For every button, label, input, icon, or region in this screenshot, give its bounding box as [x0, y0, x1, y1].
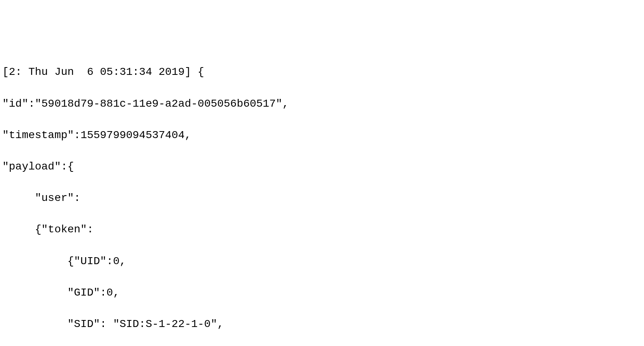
- log-user: "user":: [2, 190, 642, 206]
- log-header: [2: Thu Jun 6 05:31:34 2019] {: [2, 64, 642, 80]
- log-uid: {"UID":0,: [2, 254, 642, 270]
- log-id: "id":"59018d79-881c-11e9-a2ad-005056b605…: [2, 96, 642, 112]
- log-payload-open: "payload":{: [2, 159, 642, 175]
- log-sid: "SID": "SID:S-1-22-1-0",: [2, 317, 642, 332]
- log-gid: "GID":0,: [2, 285, 642, 301]
- log-token-open: {"token":: [2, 222, 642, 238]
- log-timestamp: "timestamp":1559799094537404,: [2, 128, 642, 144]
